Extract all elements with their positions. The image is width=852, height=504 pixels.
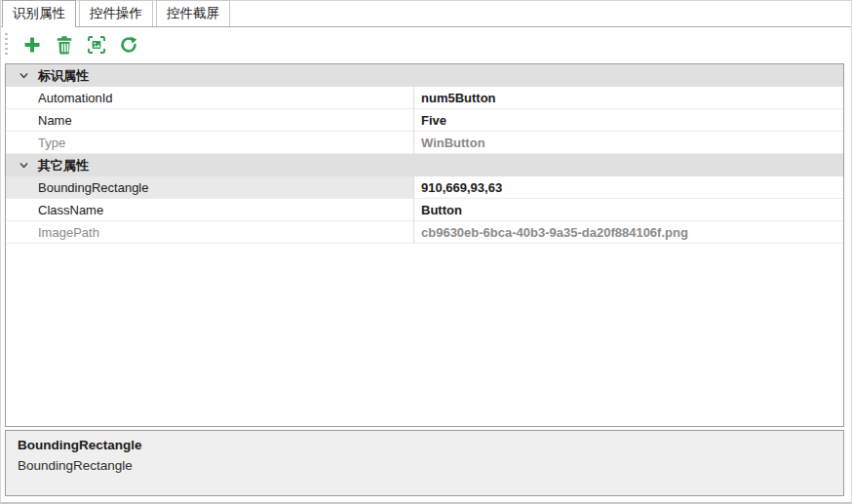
- table-row-automationid[interactable]: AutomationId num5Button: [6, 87, 843, 109]
- refresh-button[interactable]: [114, 31, 143, 58]
- property-name: Name: [6, 109, 414, 132]
- property-value: cb9630eb-6bca-40b3-9a35-da20f884106f.png: [414, 221, 843, 244]
- tab-bar: 识别属性 控件操作 控件截屏: [1, 1, 851, 27]
- property-value: Button: [414, 199, 843, 221]
- table-row-boundingrectangle[interactable]: BoundingRectangle 910,669,93,63: [6, 176, 843, 199]
- plus-icon: [22, 35, 42, 55]
- section-title: 标识属性: [38, 67, 89, 85]
- chevron-down-icon[interactable]: [19, 160, 38, 171]
- property-value: WinButton: [414, 132, 843, 154]
- capture-button[interactable]: [82, 31, 111, 58]
- property-inspector-window: 识别属性 控件操作 控件截屏: [0, 0, 852, 504]
- chevron-down-icon[interactable]: [19, 70, 38, 81]
- description-panel: BoundingRectangle BoundingRectangle: [5, 430, 844, 496]
- section-header-identification[interactable]: 标识属性: [6, 64, 843, 87]
- table-row-name[interactable]: Name Five: [6, 109, 843, 132]
- toolbar: [1, 27, 851, 62]
- delete-button[interactable]: [50, 31, 79, 58]
- property-value: Five: [414, 109, 843, 132]
- property-value: num5Button: [414, 87, 843, 109]
- add-button[interactable]: [18, 31, 47, 58]
- screenshot-icon: [87, 35, 106, 55]
- section-title: 其它属性: [38, 157, 89, 174]
- trash-icon: [55, 35, 74, 55]
- table-row-classname[interactable]: ClassName Button: [6, 199, 843, 221]
- toolbar-gripper[interactable]: [5, 33, 8, 57]
- property-name: Type: [6, 132, 414, 154]
- description-text: BoundingRectangle: [18, 458, 832, 473]
- table-row-imagepath[interactable]: ImagePath cb9630eb-6bca-40b3-9a35-da20f8…: [6, 221, 843, 244]
- property-value: 910,669,93,63: [414, 176, 843, 199]
- property-name: ClassName: [6, 199, 414, 221]
- property-grid: 标识属性 AutomationId num5Button Name Five T…: [5, 63, 844, 427]
- tab-control-operations[interactable]: 控件操作: [79, 0, 153, 26]
- tab-control-screenshot[interactable]: 控件截屏: [156, 0, 230, 26]
- table-row-type[interactable]: Type WinButton: [6, 132, 843, 154]
- tab-recognition-properties[interactable]: 识别属性: [2, 0, 76, 27]
- description-title: BoundingRectangle: [18, 438, 832, 452]
- property-name: BoundingRectangle: [6, 176, 414, 199]
- refresh-icon: [119, 35, 138, 55]
- property-name: AutomationId: [6, 87, 414, 109]
- section-header-other[interactable]: 其它属性: [6, 154, 843, 176]
- property-name: ImagePath: [6, 221, 414, 244]
